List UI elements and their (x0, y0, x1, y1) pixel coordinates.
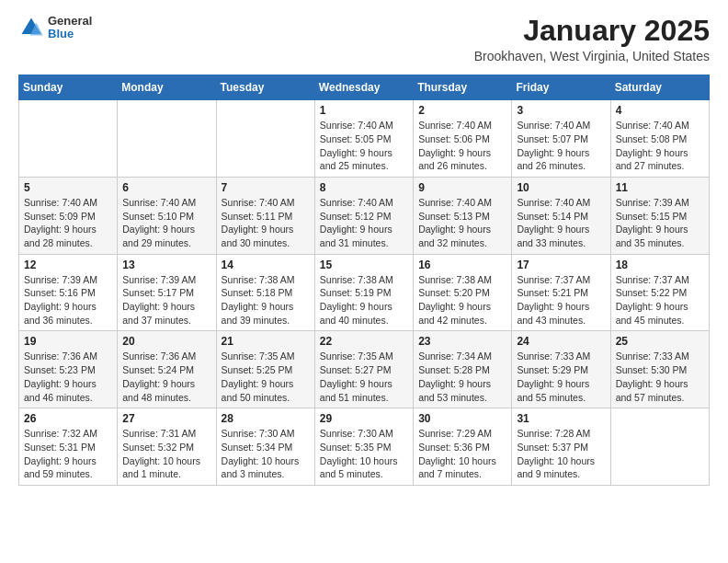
logo-general: General (48, 15, 92, 28)
weekday-header-monday: Monday (118, 75, 216, 100)
day-number: 5 (24, 181, 112, 194)
day-number: 8 (320, 181, 408, 194)
day-number: 24 (517, 335, 605, 348)
day-info: Sunrise: 7:40 AM Sunset: 5:09 PM Dayligh… (24, 196, 112, 250)
calendar-cell (118, 100, 216, 178)
calendar-cell: 20Sunrise: 7:36 AM Sunset: 5:24 PM Dayli… (118, 331, 216, 408)
logo-blue: Blue (48, 28, 92, 40)
calendar-cell: 16Sunrise: 7:38 AM Sunset: 5:20 PM Dayli… (414, 254, 512, 331)
day-number: 1 (320, 104, 408, 117)
calendar-body: 1Sunrise: 7:40 AM Sunset: 5:05 PM Daylig… (19, 100, 710, 486)
day-info: Sunrise: 7:32 AM Sunset: 5:31 PM Dayligh… (24, 427, 112, 481)
day-number: 11 (616, 181, 704, 194)
day-number: 29 (320, 412, 408, 425)
day-info: Sunrise: 7:28 AM Sunset: 5:37 PM Dayligh… (517, 427, 605, 481)
day-info: Sunrise: 7:38 AM Sunset: 5:20 PM Dayligh… (418, 273, 506, 327)
weekday-header-wednesday: Wednesday (314, 75, 413, 100)
calendar-cell: 28Sunrise: 7:30 AM Sunset: 5:34 PM Dayli… (216, 408, 314, 486)
day-info: Sunrise: 7:37 AM Sunset: 5:21 PM Dayligh… (517, 273, 605, 327)
calendar-cell: 31Sunrise: 7:28 AM Sunset: 5:37 PM Dayli… (512, 408, 610, 486)
day-info: Sunrise: 7:35 AM Sunset: 5:25 PM Dayligh… (222, 350, 310, 404)
day-number: 2 (418, 104, 506, 117)
day-info: Sunrise: 7:40 AM Sunset: 5:14 PM Dayligh… (517, 196, 605, 250)
day-number: 19 (24, 335, 112, 348)
day-info: Sunrise: 7:35 AM Sunset: 5:27 PM Dayligh… (320, 350, 408, 404)
logo-text: General Blue (48, 15, 92, 41)
calendar-cell: 26Sunrise: 7:32 AM Sunset: 5:31 PM Dayli… (19, 408, 118, 486)
day-number: 3 (517, 104, 605, 117)
calendar-cell: 5Sunrise: 7:40 AM Sunset: 5:09 PM Daylig… (19, 177, 118, 254)
day-number: 13 (122, 259, 210, 271)
calendar-cell: 3Sunrise: 7:40 AM Sunset: 5:07 PM Daylig… (512, 100, 610, 178)
calendar-cell: 23Sunrise: 7:34 AM Sunset: 5:28 PM Dayli… (414, 331, 512, 408)
day-info: Sunrise: 7:40 AM Sunset: 5:06 PM Dayligh… (418, 119, 506, 173)
day-info: Sunrise: 7:38 AM Sunset: 5:18 PM Dayligh… (222, 273, 310, 327)
logo: General Blue (18, 15, 92, 41)
calendar-cell: 9Sunrise: 7:40 AM Sunset: 5:13 PM Daylig… (414, 177, 512, 254)
day-number: 21 (222, 335, 310, 348)
day-info: Sunrise: 7:39 AM Sunset: 5:15 PM Dayligh… (616, 196, 704, 250)
logo-icon (18, 15, 44, 40)
day-info: Sunrise: 7:40 AM Sunset: 5:11 PM Dayligh… (222, 196, 310, 250)
day-number: 20 (122, 335, 210, 348)
day-number: 28 (222, 412, 310, 425)
day-info: Sunrise: 7:37 AM Sunset: 5:22 PM Dayligh… (616, 273, 704, 327)
calendar-cell: 12Sunrise: 7:39 AM Sunset: 5:16 PM Dayli… (19, 254, 118, 331)
day-info: Sunrise: 7:34 AM Sunset: 5:28 PM Dayligh… (418, 350, 506, 404)
calendar-cell: 1Sunrise: 7:40 AM Sunset: 5:05 PM Daylig… (314, 100, 413, 178)
calendar-week-2: 5Sunrise: 7:40 AM Sunset: 5:09 PM Daylig… (19, 177, 710, 254)
day-number: 16 (418, 259, 506, 271)
day-info: Sunrise: 7:40 AM Sunset: 5:10 PM Dayligh… (122, 196, 210, 250)
day-number: 22 (320, 335, 408, 348)
calendar-subtitle: Brookhaven, West Virginia, United States (474, 49, 710, 63)
day-number: 17 (517, 259, 605, 271)
day-info: Sunrise: 7:31 AM Sunset: 5:32 PM Dayligh… (122, 427, 210, 481)
calendar-header: SundayMondayTuesdayWednesdayThursdayFrid… (19, 75, 710, 100)
day-number: 7 (222, 181, 310, 194)
day-number: 15 (320, 259, 408, 271)
calendar-cell: 27Sunrise: 7:31 AM Sunset: 5:32 PM Dayli… (118, 408, 216, 486)
calendar-week-3: 12Sunrise: 7:39 AM Sunset: 5:16 PM Dayli… (19, 254, 710, 331)
calendar-cell: 11Sunrise: 7:39 AM Sunset: 5:15 PM Dayli… (610, 177, 709, 254)
day-number: 9 (418, 181, 506, 194)
day-info: Sunrise: 7:40 AM Sunset: 5:07 PM Dayligh… (517, 119, 605, 173)
calendar-cell (216, 100, 314, 178)
weekday-row: SundayMondayTuesdayWednesdayThursdayFrid… (19, 75, 710, 100)
day-number: 30 (418, 412, 506, 425)
day-number: 4 (616, 104, 704, 117)
calendar-cell: 22Sunrise: 7:35 AM Sunset: 5:27 PM Dayli… (314, 331, 413, 408)
calendar-cell: 15Sunrise: 7:38 AM Sunset: 5:19 PM Dayli… (314, 254, 413, 331)
day-info: Sunrise: 7:30 AM Sunset: 5:34 PM Dayligh… (222, 427, 310, 481)
day-number: 18 (616, 259, 704, 271)
day-number: 31 (517, 412, 605, 425)
weekday-header-thursday: Thursday (414, 75, 512, 100)
day-info: Sunrise: 7:40 AM Sunset: 5:13 PM Dayligh… (418, 196, 506, 250)
day-info: Sunrise: 7:33 AM Sunset: 5:30 PM Dayligh… (616, 350, 704, 404)
day-info: Sunrise: 7:39 AM Sunset: 5:17 PM Dayligh… (122, 273, 210, 327)
calendar-cell: 30Sunrise: 7:29 AM Sunset: 5:36 PM Dayli… (414, 408, 512, 486)
day-number: 25 (616, 335, 704, 348)
day-info: Sunrise: 7:30 AM Sunset: 5:35 PM Dayligh… (320, 427, 408, 481)
day-info: Sunrise: 7:33 AM Sunset: 5:29 PM Dayligh… (517, 350, 605, 404)
day-info: Sunrise: 7:36 AM Sunset: 5:24 PM Dayligh… (122, 350, 210, 404)
day-number: 12 (24, 259, 112, 271)
calendar-cell: 21Sunrise: 7:35 AM Sunset: 5:25 PM Dayli… (216, 331, 314, 408)
calendar-cell: 8Sunrise: 7:40 AM Sunset: 5:12 PM Daylig… (314, 177, 413, 254)
calendar-cell: 17Sunrise: 7:37 AM Sunset: 5:21 PM Dayli… (512, 254, 610, 331)
weekday-header-tuesday: Tuesday (216, 75, 314, 100)
calendar-week-5: 26Sunrise: 7:32 AM Sunset: 5:31 PM Dayli… (19, 408, 710, 486)
day-number: 10 (517, 181, 605, 194)
calendar-cell: 14Sunrise: 7:38 AM Sunset: 5:18 PM Dayli… (216, 254, 314, 331)
day-info: Sunrise: 7:39 AM Sunset: 5:16 PM Dayligh… (24, 273, 112, 327)
calendar-cell: 4Sunrise: 7:40 AM Sunset: 5:08 PM Daylig… (610, 100, 709, 178)
calendar-cell (610, 408, 709, 486)
calendar-table: SundayMondayTuesdayWednesdayThursdayFrid… (18, 75, 710, 486)
day-number: 14 (222, 259, 310, 271)
title-block: January 2025 Brookhaven, West Virginia, … (474, 15, 710, 63)
day-number: 26 (24, 412, 112, 425)
calendar-cell (19, 100, 118, 178)
calendar-cell: 7Sunrise: 7:40 AM Sunset: 5:11 PM Daylig… (216, 177, 314, 254)
day-info: Sunrise: 7:40 AM Sunset: 5:05 PM Dayligh… (320, 119, 408, 173)
calendar-cell: 24Sunrise: 7:33 AM Sunset: 5:29 PM Dayli… (512, 331, 610, 408)
calendar-cell: 6Sunrise: 7:40 AM Sunset: 5:10 PM Daylig… (118, 177, 216, 254)
